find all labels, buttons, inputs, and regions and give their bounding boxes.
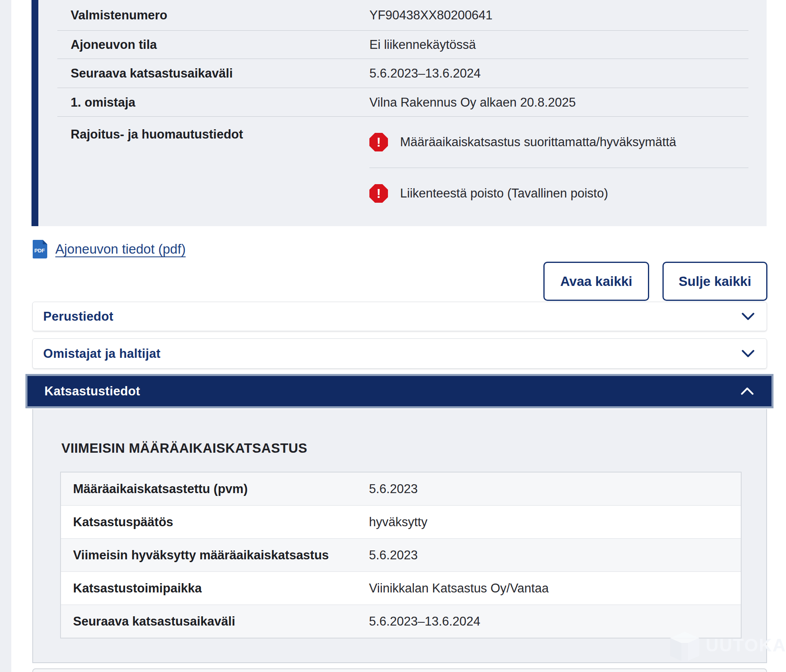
chevron-down-icon [742, 350, 755, 357]
table-row-warnings: Rajoitus- ja huomautustiedot Määräaikais… [38, 117, 767, 226]
warning-item: Määräaikaiskatsastus suorittamatta/hyväk… [369, 117, 748, 168]
chevron-down-icon [742, 313, 755, 320]
row-label: Katsastustoimipaikka [61, 581, 357, 596]
row-value: hyväksytty [369, 515, 428, 529]
table-row: Ajoneuvon tila Ei liikennekäytössä [38, 31, 767, 59]
section-heading: VIIMEISIN MÄÄRÄAIKAISKATSASTUS [61, 441, 307, 456]
vehicle-pdf-link[interactable]: PDF Ajoneuvon tiedot (pdf) [33, 240, 186, 258]
next-accordion-partial[interactable] [32, 668, 767, 672]
left-panel-edge [0, 0, 11, 672]
table-row: Katsastustoimipaikka Viinikkalan Katsast… [61, 571, 741, 605]
warning-icon [369, 133, 388, 151]
table-row: Katsastuspäätös hyväksytty [61, 505, 741, 538]
row-label: Viimeisin hyväksytty määräaikaiskatsastu… [61, 548, 357, 563]
row-label: Rajoitus- ja huomautustiedot [38, 117, 337, 142]
svg-text:PDF: PDF [34, 248, 45, 254]
table-row: Viimeisin hyväksytty määräaikaiskatsastu… [61, 538, 741, 571]
row-label: Ajoneuvon tila [38, 38, 337, 52]
warnings-list: Määräaikaiskatsastus suorittamatta/hyväk… [369, 117, 748, 219]
vehicle-summary-panel: Valmistenumero YF90438XX80200641 Ajoneuv… [31, 0, 767, 226]
inspection-table: Määräaikaiskatsastettu (pvm) 5.6.2023 Ka… [60, 472, 742, 638]
table-row: Seuraava katsastusaikaväli 5.6.2023–13.6… [61, 605, 741, 638]
warning-text: Määräaikaiskatsastus suorittamatta/hyväk… [400, 135, 676, 149]
accordion-title: Katsastustiedot [44, 384, 140, 399]
vehicle-summary-rows: Valmistenumero YF90438XX80200641 Ajoneuv… [38, 0, 767, 226]
row-value: 5.6.2023 [369, 548, 418, 563]
row-value: 5.6.2023 [369, 482, 418, 496]
row-value: Ei liikennekäytössä [369, 38, 476, 52]
table-row: Määräaikaiskatsastettu (pvm) 5.6.2023 [61, 472, 741, 505]
row-value: 5.6.2023–13.6.2024 [369, 66, 481, 81]
warning-item: Liikenteestä poisto (Tavallinen poisto) [369, 168, 748, 219]
open-all-button[interactable]: Avaa kaikki [543, 262, 649, 301]
row-value: YF90438XX80200641 [369, 8, 493, 23]
katsastustiedot-panel: VIIMEISIN MÄÄRÄAIKAISKATSASTUS Määräaika… [32, 409, 767, 663]
chevron-up-icon [741, 387, 754, 395]
vehicle-details-page: Valmistenumero YF90438XX80200641 Ajoneuv… [0, 0, 786, 672]
table-row: Seuraava katsastusaikaväli 5.6.2023–13.6… [38, 59, 767, 88]
pdf-file-icon: PDF [33, 240, 47, 258]
row-value: Vilna Rakennus Oy alkaen 20.8.2025 [369, 95, 576, 110]
row-label: Seuraava katsastusaikaväli [61, 614, 357, 629]
panel-accent-bar [31, 0, 38, 226]
warning-text: Liikenteestä poisto (Tavallinen poisto) [400, 186, 608, 201]
row-label: 1. omistaja [38, 95, 337, 110]
close-all-button[interactable]: Sulje kaikki [662, 262, 767, 301]
row-value: Viinikkalan Katsastus Oy/Vantaa [369, 581, 549, 596]
accordion-perustiedot[interactable]: Perustiedot [32, 302, 767, 331]
accordion-omistajat-ja-haltijat[interactable]: Omistajat ja haltijat [32, 338, 767, 369]
accordion-katsastustiedot[interactable]: Katsastustiedot [25, 374, 773, 408]
row-label: Seuraava katsastusaikaväli [38, 66, 337, 81]
accordion-title: Perustiedot [43, 309, 113, 324]
row-label: Määräaikaiskatsastettu (pvm) [61, 482, 357, 496]
accordion-title: Omistajat ja haltijat [43, 346, 161, 361]
pdf-link-label: Ajoneuvon tiedot (pdf) [55, 242, 186, 257]
warning-icon [369, 184, 388, 203]
row-value: 5.6.2023–13.6.2024 [369, 614, 480, 629]
row-label: Valmistenumero [38, 8, 337, 23]
row-label: Katsastuspäätös [61, 515, 357, 529]
table-row: 1. omistaja Vilna Rakennus Oy alkaen 20.… [38, 88, 767, 117]
table-row: Valmistenumero YF90438XX80200641 [38, 0, 767, 31]
